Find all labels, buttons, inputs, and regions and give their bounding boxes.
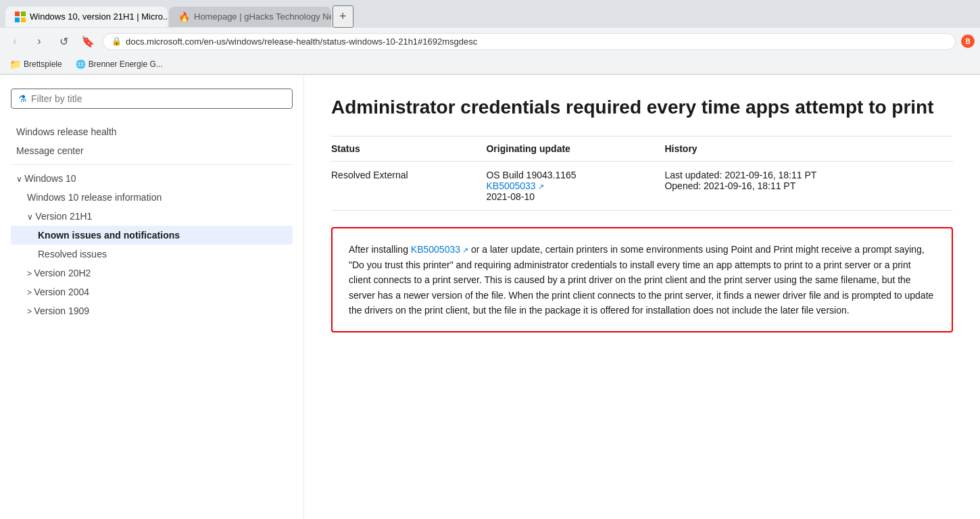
- history-opened: Opened: 2021-09-16, 18:11 PT: [664, 180, 942, 191]
- bookmark-button[interactable]: 🔖: [78, 32, 97, 51]
- history-updated: Last updated: 2021-09-16, 18:11 PT: [664, 170, 942, 180]
- bookmark-brettspiele-label: Brettspiele: [24, 59, 62, 69]
- nav-bar: ‹ › ↺ 🔖 🔒 docs.microsoft.com/en-us/windo…: [0, 28, 980, 55]
- col-header-status: Status: [331, 137, 486, 162]
- ms-favicon: [15, 11, 26, 22]
- filter-icon: ⚗: [18, 93, 27, 104]
- sidebar-item-version-2004[interactable]: > Version 2004: [11, 282, 293, 301]
- kb5005033-link-table[interactable]: KB5005033: [486, 180, 543, 191]
- forward-button[interactable]: ›: [30, 32, 49, 51]
- page-content: ⚗ Windows release health Message center …: [0, 75, 980, 519]
- address-bar[interactable]: 🔒 docs.microsoft.com/en-us/windows/relea…: [103, 33, 956, 50]
- back-button[interactable]: ‹: [5, 32, 24, 51]
- tab-windows-title: Windows 10, version 21H1 | Micro...: [30, 11, 168, 22]
- cell-status: Resolved External: [331, 162, 486, 211]
- reload-button[interactable]: ↺: [54, 32, 73, 51]
- chevron-1909: >: [27, 307, 34, 316]
- description-text: After installing KB5005033 or a later up…: [349, 242, 935, 318]
- bookmark-brenner[interactable]: 🌐 Brenner Energie G...: [72, 58, 167, 70]
- sidebar-item-version-1909[interactable]: > Version 1909: [11, 301, 293, 320]
- description-box: After installing KB5005033 or a later up…: [331, 227, 953, 332]
- sidebar-item-message-center[interactable]: Message center: [11, 141, 293, 160]
- sidebar-item-resolved-issues[interactable]: Resolved issues: [11, 245, 293, 264]
- sidebar-item-windows-10[interactable]: ∨ Windows 10: [11, 169, 293, 188]
- sidebar-item-windows-release-health[interactable]: Windows release health: [11, 122, 293, 141]
- address-text: docs.microsoft.com/en-us/windows/release…: [126, 36, 947, 47]
- globe-icon: 🌐: [76, 59, 86, 69]
- sidebar-item-version-21h1[interactable]: ∨ Version 21H1: [11, 207, 293, 226]
- brave-icon[interactable]: B: [961, 34, 975, 48]
- col-header-history: History: [664, 137, 953, 162]
- main-content: Administrator credentials required every…: [304, 75, 980, 519]
- bookmarks-bar: 📁 Brettspiele 🌐 Brenner Energie G...: [0, 55, 980, 74]
- cell-originating: OS Build 19043.1165 KB5005033 2021-08-10: [486, 162, 664, 211]
- sidebar-nav: Windows release health Message center ∨ …: [11, 122, 293, 320]
- folder-icon: 📁: [9, 59, 21, 70]
- update-date: 2021-08-10: [486, 191, 654, 202]
- article-title: Administrator credentials required every…: [331, 95, 953, 120]
- tab-ghacks-title: Homepage | gHacks Technology News: [194, 11, 331, 22]
- sidebar: ⚗ Windows release health Message center …: [0, 75, 304, 519]
- chevron-20h2: >: [27, 269, 34, 278]
- table-row: Resolved External OS Build 19043.1165 KB…: [331, 162, 953, 211]
- os-build-text: OS Build 19043.1165: [486, 170, 654, 180]
- sidebar-item-version-20h2[interactable]: > Version 20H2: [11, 264, 293, 282]
- chevron-windows10: ∨: [16, 174, 24, 184]
- chevron-2004: >: [27, 288, 34, 297]
- cell-history: Last updated: 2021-09-16, 18:11 PT Opene…: [664, 162, 953, 211]
- tab-ghacks-favicon: 🔥: [178, 11, 190, 22]
- sidebar-item-win10-release-info[interactable]: Windows 10 release information: [11, 188, 293, 207]
- tab-bar: Windows 10, version 21H1 | Micro... ✕ 🔥 …: [0, 0, 980, 28]
- kb5005033-link-desc[interactable]: KB5005033: [411, 244, 468, 255]
- sidebar-item-known-issues[interactable]: Known issues and notifications: [11, 226, 293, 245]
- bookmark-brenner-label: Brenner Energie G...: [89, 59, 163, 69]
- bookmark-brettspiele[interactable]: 📁 Brettspiele: [5, 57, 66, 71]
- chevron-21h1: ∨: [27, 212, 35, 222]
- browser-chrome: Windows 10, version 21H1 | Micro... ✕ 🔥 …: [0, 0, 980, 75]
- new-tab-button[interactable]: +: [333, 5, 353, 28]
- description-prefix: After installing: [349, 244, 411, 255]
- info-table: Status Originating update History Resolv…: [331, 136, 953, 211]
- col-header-originating: Originating update: [486, 137, 664, 162]
- lock-icon: 🔒: [112, 36, 122, 46]
- description-body: or a later update, certain printers in s…: [349, 244, 933, 316]
- tab-windows[interactable]: Windows 10, version 21H1 | Micro... ✕: [5, 7, 168, 27]
- filter-input[interactable]: [31, 93, 285, 104]
- tab-ghacks[interactable]: 🔥 Homepage | gHacks Technology News: [169, 7, 331, 27]
- filter-box[interactable]: ⚗: [11, 89, 293, 109]
